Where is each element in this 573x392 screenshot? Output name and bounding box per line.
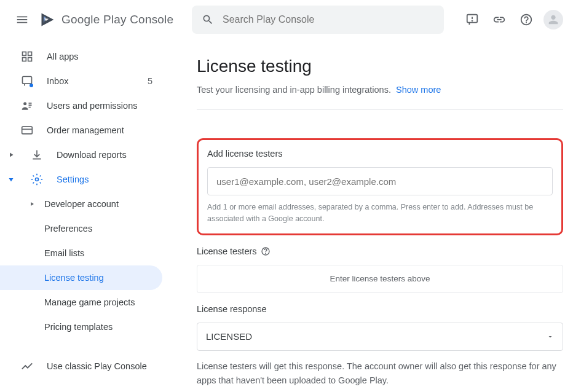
svg-rect-4 <box>28 52 32 56</box>
svg-point-13 <box>265 253 266 254</box>
svg-rect-6 <box>28 58 32 61</box>
sidebar-item-preferences[interactable]: Preferences <box>0 216 172 241</box>
announcement-button[interactable] <box>460 7 484 32</box>
gear-icon <box>31 173 43 186</box>
chevron-right-icon <box>29 201 35 207</box>
show-more-link[interactable]: Show more <box>396 85 441 95</box>
logo-text: Google Play Console <box>61 13 173 26</box>
main-content: License testing Test your licensing and … <box>172 39 573 392</box>
link-icon <box>492 13 506 26</box>
help-icon <box>520 13 533 26</box>
card-icon <box>21 124 33 136</box>
help-button[interactable] <box>514 7 539 32</box>
sidebar-item-label: License testing <box>44 273 104 283</box>
apps-icon <box>21 50 33 63</box>
add-testers-label: Add license testers <box>207 149 553 159</box>
sidebar-item-downloads[interactable]: Download reports <box>0 143 172 167</box>
sidebar-item-label: Pricing templates <box>44 322 113 332</box>
chevron-right-icon <box>7 151 15 159</box>
add-testers-helper: Add 1 or more email addresses, separated… <box>207 202 553 225</box>
page-title: License testing <box>197 57 563 76</box>
search-box[interactable] <box>192 6 444 34</box>
sidebar-item-all-apps[interactable]: All apps <box>0 44 172 69</box>
dropdown-icon <box>547 333 554 340</box>
users-icon <box>21 100 33 112</box>
trending-icon <box>20 359 34 373</box>
svg-point-11 <box>36 178 39 181</box>
logo-area[interactable]: Google Play Console <box>39 11 187 28</box>
avatar[interactable] <box>543 10 563 29</box>
page-subtitle: Test your licensing and in-app billing i… <box>197 85 563 110</box>
license-response-desc: License testers will get this response. … <box>197 359 563 388</box>
menu-icon <box>15 13 29 26</box>
sidebar-item-label: Users and permissions <box>47 101 137 111</box>
sidebar-item-label: Manage game projects <box>44 297 135 307</box>
person-icon <box>547 13 560 26</box>
sidebar-item-manage-game-projects[interactable]: Manage game projects <box>0 290 172 315</box>
search-icon <box>202 13 214 26</box>
svg-point-2 <box>472 20 473 21</box>
play-console-logo-icon <box>39 11 57 28</box>
inbox-count-badge: 5 <box>148 76 152 86</box>
sidebar-item-label: All apps <box>47 52 79 61</box>
sidebar-item-label: Email lists <box>44 248 84 258</box>
sidebar-item-settings[interactable]: Settings <box>0 167 172 192</box>
sidebar-item-classic-console[interactable]: Use classic Play Console <box>0 354 172 378</box>
sidebar-item-email-lists[interactable]: Email lists <box>0 241 172 265</box>
chevron-down-icon <box>7 176 15 183</box>
sidebar-item-orders[interactable]: Order management <box>0 118 172 143</box>
sidebar: All apps Inbox 5 Users and permissions O… <box>0 39 172 392</box>
sidebar-item-label: Order management <box>47 125 124 135</box>
help-circle-icon[interactable] <box>261 246 271 256</box>
add-testers-input[interactable] <box>207 167 553 195</box>
add-testers-highlight: Add license testers Add 1 or more email … <box>197 138 563 235</box>
license-testers-label-row: License testers <box>197 246 563 256</box>
license-response-select[interactable]: LICENSED <box>197 323 563 351</box>
license-response-value: LICENSED <box>206 331 252 342</box>
announcement-icon <box>465 13 479 26</box>
sidebar-item-pricing-templates[interactable]: Pricing templates <box>0 315 172 339</box>
svg-rect-7 <box>23 77 32 84</box>
sidebar-item-users[interactable]: Users and permissions <box>0 93 172 118</box>
sidebar-item-developer-account[interactable]: Developer account <box>0 192 172 216</box>
sidebar-item-label: Developer account <box>44 199 119 209</box>
license-response-label: License response <box>197 304 563 314</box>
link-button[interactable] <box>487 7 512 32</box>
download-icon <box>31 149 43 161</box>
sidebar-item-label: Settings <box>57 174 89 184</box>
sidebar-item-inbox[interactable]: Inbox 5 <box>0 69 172 93</box>
sidebar-item-label: Preferences <box>44 224 92 233</box>
sidebar-item-label: Download reports <box>57 150 127 160</box>
svg-rect-9 <box>22 127 33 134</box>
search-input[interactable] <box>223 14 434 25</box>
svg-point-8 <box>23 102 26 105</box>
sidebar-item-license-testing[interactable]: License testing <box>0 265 162 290</box>
sidebar-item-label: Use classic Play Console <box>47 361 147 371</box>
inbox-notification-dot <box>30 84 33 87</box>
license-testers-label: License testers <box>197 246 257 256</box>
svg-rect-3 <box>23 52 26 56</box>
sidebar-item-label: Inbox <box>47 76 68 86</box>
svg-rect-5 <box>23 58 26 61</box>
menu-button[interactable] <box>10 7 34 32</box>
license-testers-empty: Enter license testers above <box>197 265 563 293</box>
